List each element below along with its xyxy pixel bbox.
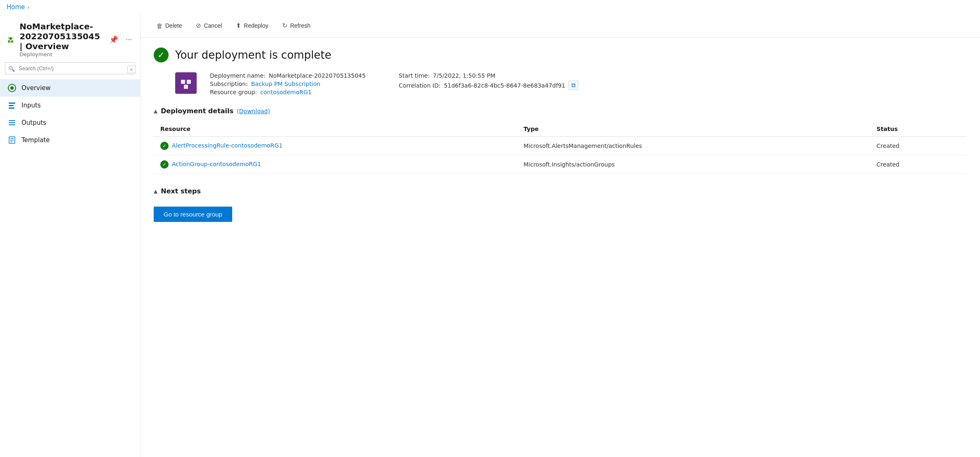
status-banner: ✓ Your deployment is complete <box>154 48 967 62</box>
search-input[interactable] <box>5 62 135 74</box>
cancel-icon: ⊘ <box>196 22 201 29</box>
correlation-value: 51d6f3a6-82c8-4bc5-8647-8e683a47df91 <box>444 82 565 89</box>
delete-label: Delete <box>165 22 182 29</box>
goto-resource-group-button[interactable]: Go to resource group <box>154 207 232 222</box>
refresh-button[interactable]: ↻ Refresh <box>276 19 316 32</box>
sidebar-item-overview[interactable]: Overview <box>0 79 140 97</box>
outputs-icon <box>7 118 17 127</box>
page-title: NoMarketplace-20220705135045 | Overview <box>19 21 102 51</box>
status-cell: Created <box>870 137 967 155</box>
sidebar-item-inputs[interactable]: Inputs <box>0 97 140 114</box>
correlation-label: Correlation ID: <box>399 82 440 89</box>
redeploy-label: Redeploy <box>244 22 268 29</box>
more-button[interactable]: ··· <box>124 33 133 45</box>
cancel-label: Cancel <box>204 22 222 29</box>
sidebar-item-inputs-label: Inputs <box>21 102 41 109</box>
resource-group-label: Resource group: <box>210 89 257 95</box>
resource-link[interactable]: ActionGroup-contosodemoRG1 <box>172 161 261 167</box>
type-cell: Microsoft.Insights/actionGroups <box>517 155 870 174</box>
status-complete-icon: ✓ <box>154 48 169 62</box>
refresh-icon: ↻ <box>282 22 288 29</box>
deployment-info: Deployment name: NoMarketplace-202207051… <box>175 72 967 95</box>
search-icon: 🔍 <box>8 65 15 71</box>
type-cell: Microsoft.AlertsManagement/actionRules <box>517 137 870 155</box>
download-link[interactable]: (Download) <box>237 108 270 114</box>
svg-rect-17 <box>181 80 185 84</box>
info-fields: Deployment name: NoMarketplace-202207051… <box>210 72 366 95</box>
azure-logo <box>7 30 14 50</box>
nav-items: Overview Inputs Outputs <box>0 79 140 149</box>
subscription-value[interactable]: Backup PM Subscription <box>251 81 321 87</box>
sidebar-item-template[interactable]: Template <box>0 131 140 149</box>
svg-rect-8 <box>9 105 14 106</box>
breadcrumb-separator: › <box>27 4 29 10</box>
info-row-correlation: Correlation ID: 51d6f3a6-82c8-4bc5-8647-… <box>399 81 578 90</box>
info-row-resource-group: Resource group: contosodemoRG1 <box>210 89 366 95</box>
inputs-icon <box>7 101 17 110</box>
svg-point-6 <box>10 86 14 90</box>
header-actions: 📌 ··· <box>107 33 133 46</box>
svg-rect-12 <box>9 124 15 125</box>
next-steps-label: Next steps <box>161 187 201 195</box>
svg-rect-3 <box>8 37 9 38</box>
search-bar: 🔍 « <box>5 62 135 74</box>
name-value: NoMarketplace-20220705135045 <box>269 72 366 79</box>
svg-rect-1 <box>11 40 13 43</box>
deployment-details-table: Resource Type Status ✓AlertProcessingRul… <box>154 121 967 174</box>
overview-icon <box>7 83 17 93</box>
delete-button[interactable]: 🗑 Delete <box>150 19 188 32</box>
sidebar-item-overview-label: Overview <box>21 84 51 92</box>
row-status-icon: ✓ <box>160 160 169 169</box>
sidebar: NoMarketplace-20220705135045 | Overview … <box>0 14 140 457</box>
resource-group-value[interactable]: contosodemoRG1 <box>260 89 312 95</box>
resource-link[interactable]: AlertProcessingRule-contosodemoRG1 <box>172 142 283 149</box>
info-row-subscription: Subscription: Backup PM Subscription <box>210 81 366 87</box>
next-steps-header[interactable]: ▲ Next steps <box>154 187 967 195</box>
start-time-label: Start time: <box>399 72 430 79</box>
delete-icon: 🗑 <box>157 22 163 29</box>
svg-rect-11 <box>9 122 15 123</box>
info-left: Deployment name: NoMarketplace-202207051… <box>175 72 366 95</box>
resource-cell: ✓AlertProcessingRule-contosodemoRG1 <box>154 137 517 155</box>
sidebar-item-outputs[interactable]: Outputs <box>0 114 140 131</box>
sidebar-header: NoMarketplace-20220705135045 | Overview … <box>0 14 140 62</box>
table-row: ✓ActionGroup-contosodemoRG1Microsoft.Ins… <box>154 155 967 174</box>
col-resource: Resource <box>154 121 517 137</box>
start-time-value: 7/5/2022, 1:50:55 PM <box>433 72 495 79</box>
svg-rect-0 <box>8 40 10 43</box>
next-steps-section: ▲ Next steps Go to resource group <box>154 187 967 222</box>
toolbar: 🗑 Delete ⊘ Cancel ⬆ Redeploy ↻ Refresh <box>140 14 980 38</box>
deployment-details-section: ▲ Deployment details (Download) Resource… <box>154 107 967 174</box>
redeploy-icon: ⬆ <box>236 22 241 29</box>
row-status-icon: ✓ <box>160 142 169 150</box>
breadcrumb-home[interactable]: Home <box>7 3 25 11</box>
cancel-button[interactable]: ⊘ Cancel <box>190 19 228 32</box>
status-title: Your deployment is complete <box>175 49 331 61</box>
collapse-button[interactable]: « <box>127 66 136 73</box>
sidebar-title-block: NoMarketplace-20220705135045 | Overview … <box>19 21 102 57</box>
app-layout: Home › NoMarketplace-20220705135045 | Ov… <box>0 0 980 457</box>
col-status: Status <box>870 121 967 137</box>
refresh-label: Refresh <box>290 22 310 29</box>
copy-correlation-button[interactable]: ⧉ <box>568 81 578 90</box>
info-right: Start time: 7/5/2022, 1:50:55 PM Correla… <box>399 72 578 95</box>
content-body: ✓ Your deployment is complete Deployment… <box>140 38 980 457</box>
chevron-up-icon: ▲ <box>154 108 157 114</box>
deployment-details-header[interactable]: ▲ Deployment details (Download) <box>154 107 967 115</box>
subscription-label: Subscription: <box>210 81 248 87</box>
pin-button[interactable]: 📌 <box>107 33 120 46</box>
page-subtitle: Deployment <box>19 51 102 57</box>
col-type: Type <box>517 121 870 137</box>
page-title-text: NoMarketplace-20220705135045 | Overview <box>19 21 100 51</box>
table-row: ✓AlertProcessingRule-contosodemoRG1Micro… <box>154 137 967 155</box>
deployment-resource-icon <box>175 72 197 94</box>
info-row-name: Deployment name: NoMarketplace-202207051… <box>210 72 366 79</box>
table-header-row: Resource Type Status <box>154 121 967 137</box>
svg-rect-19 <box>184 85 188 89</box>
sidebar-item-outputs-label: Outputs <box>21 119 46 126</box>
template-icon <box>7 136 17 145</box>
sidebar-item-template-label: Template <box>21 136 50 144</box>
svg-rect-2 <box>10 37 12 40</box>
redeploy-button[interactable]: ⬆ Redeploy <box>230 19 274 32</box>
svg-rect-7 <box>9 102 15 104</box>
